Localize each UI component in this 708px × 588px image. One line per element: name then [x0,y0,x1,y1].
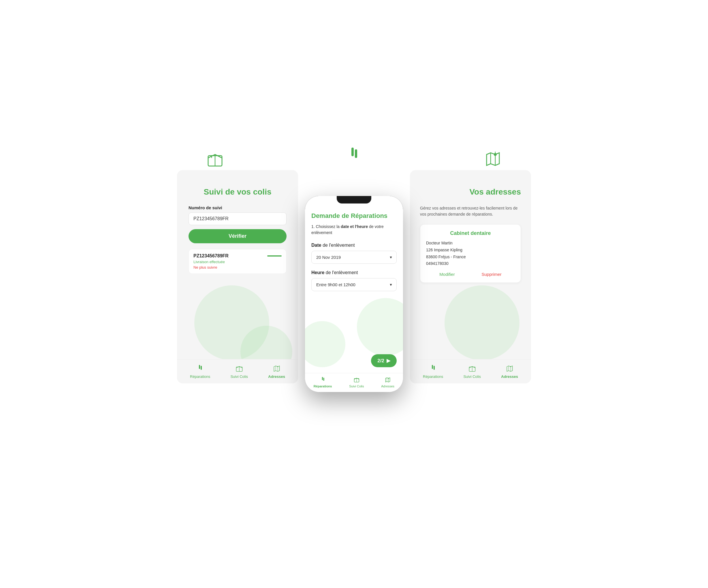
tracking-status: Livraison effectuée [194,260,282,264]
panel-left-nav: Réparations Suivi Colis [177,359,298,383]
svg-rect-23 [323,378,324,381]
address-line-2: 126 Impasse Kipling [426,247,515,254]
svg-rect-3 [351,148,354,156]
tracking-code: PZ123456789FR [194,253,229,259]
time-label-bold: Heure [311,270,324,275]
phone-notch [337,196,371,204]
address-actions: Modifier Supprimer [426,272,515,277]
top-package-icon [206,150,224,168]
time-label: Heure de l'enlèvement [311,270,397,275]
reparations-nav-icon-left [196,364,205,373]
phone-blob-2 [305,321,345,367]
next-button[interactable]: 2/2 ▶ [371,354,397,367]
panel-right-title: Vos adresses [420,187,521,197]
blob-right-1 [444,285,520,360]
date-label-plain: de l'enlèvement [321,243,355,247]
time-value: Entre 9h00 et 12h00 [316,282,355,287]
modify-button[interactable]: Modifier [439,272,454,277]
nav-item-adresses-left[interactable]: Adresses [268,364,285,379]
panel-right: Vos adresses Gérez vos adresses et retro… [410,170,531,383]
date-select[interactable]: 20 Nov 2019 [311,251,397,264]
phone-subtitle: 1. Choisissez la date et l'heure de votr… [311,224,397,236]
suivi-nav-icon-right [468,364,477,373]
verify-button[interactable]: Vérifier [188,229,287,243]
subtitle-step: 1. Choisissez la [311,224,341,229]
phone-nav-suivi-icon [353,376,360,384]
phone-blob-1 [357,298,403,356]
svg-rect-15 [432,365,433,369]
address-card-title: Cabinet dentaire [426,230,515,236]
address-card: Cabinet dentaire Docteur Martin 126 Impa… [420,224,521,283]
nav-label-adresses-right: Adresses [501,375,518,379]
nav-item-reparations-right[interactable]: Réparations [423,364,443,379]
nav-label-reparations-left: Réparations [190,375,210,379]
phone-screen-content: Demande de Réparations 1. Choisissez la … [311,212,397,291]
svg-rect-22 [322,377,323,380]
svg-rect-4 [355,149,357,158]
address-info: Docteur Martin 126 Impasse Kipling 83600… [426,240,515,267]
nav-label-adresses-left: Adresses [268,375,285,379]
adresses-nav-icon-right [505,364,514,373]
panel-left: Suivi de vos colis Numéro de suivi Vérif… [177,170,298,383]
address-line-1: Docteur Martin [426,240,515,247]
next-arrow-icon: ▶ [387,358,390,364]
svg-point-28 [388,378,389,379]
nav-label-reparations-right: Réparations [423,375,443,379]
panel-right-desc: Gérez vos adresses et retrouvez-les faci… [420,205,521,217]
nav-item-reparations-left[interactable]: Réparations [190,364,210,379]
tracking-input[interactable] [188,212,287,225]
nav-item-suivi-right[interactable]: Suivi Colis [463,364,481,379]
date-label-bold: Date [311,243,321,247]
unfollow-button[interactable]: Ne plus suivre [194,265,282,269]
address-line-4: 0494178030 [426,260,515,267]
phone: Demande de Réparations 1. Choisissez la … [305,196,403,392]
phone-nav-suivi[interactable]: Suivi Colis [349,376,364,388]
adresses-nav-icon-left [272,364,282,373]
panel-right-nav: Réparations Suivi Colis [410,359,531,383]
delete-button[interactable]: Supprimer [481,272,501,277]
phone-nav-reparations-label: Réparations [314,384,332,388]
tracking-label: Numéro de suivi [188,205,287,210]
svg-rect-9 [201,366,202,370]
date-select-wrapper: 20 Nov 2019 ▼ [311,251,397,264]
nav-label-suivi-left: Suivi Colis [230,375,248,379]
tracking-result: PZ123456789FR Livraison effectuée Ne plu… [188,249,287,274]
date-label: Date de l'enlèvement [311,243,397,248]
phone-screen: Demande de Réparations 1. Choisissez la … [305,206,403,392]
panel-left-title: Suivi de vos colis [188,187,287,197]
subtitle-bold: date et l'heure [341,224,368,229]
phone-nav-suivi-label: Suivi Colis [349,384,364,388]
nav-item-suivi-left[interactable]: Suivi Colis [230,364,248,379]
nav-label-suivi-right: Suivi Colis [463,375,481,379]
time-form-group: Heure de l'enlèvement Entre 9h00 et 12h0… [311,270,397,291]
phone-notch-area [305,196,403,206]
phone-nav-adresses[interactable]: Adresses [381,376,394,388]
svg-rect-16 [434,366,435,370]
phone-nav-reparations-icon [319,376,327,384]
suivi-nav-icon-left [235,364,244,373]
time-select-wrapper: Entre 9h00 et 12h00 ▼ [311,278,397,291]
reparations-nav-icon-right [429,364,438,373]
phone-nav-adresses-label: Adresses [381,384,394,388]
top-reparations-icon [344,147,364,164]
scene: Suivi de vos colis Numéro de suivi Vérif… [177,147,531,441]
next-button-label: 2/2 [377,358,384,364]
phone-nav-adresses-icon [384,376,391,384]
time-label-plain: de l'enlèvement [324,270,358,275]
phone-nav: Réparations Suivi Colis [305,373,403,392]
tracking-bar [267,255,282,257]
svg-point-21 [510,366,511,367]
time-select[interactable]: Entre 9h00 et 12h00 [311,278,397,291]
nav-item-adresses-right[interactable]: Adresses [501,364,518,379]
phone-title: Demande de Réparations [311,212,397,219]
phone-content: Demande de Réparations 1. Choisissez la … [305,206,403,373]
top-map-icon [484,150,502,168]
phone-nav-reparations[interactable]: Réparations [314,376,332,388]
date-form-group: Date de l'enlèvement 20 Nov 2019 ▼ [311,243,397,264]
svg-rect-8 [199,365,200,369]
svg-point-14 [277,366,278,367]
address-line-3: 83600 Fréjus - France [426,254,515,261]
date-value: 20 Nov 2019 [316,255,341,260]
